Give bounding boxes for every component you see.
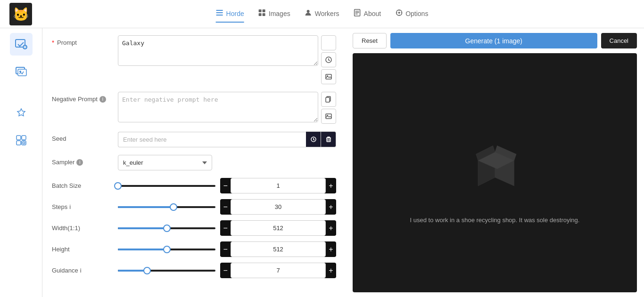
width-track [118, 227, 215, 229]
nav-item-horde[interactable]: Horde [216, 5, 244, 23]
prompt-image-button[interactable] [321, 69, 336, 84]
seed-random-button[interactable] [306, 131, 321, 147]
height-track [118, 249, 215, 250]
steps-info-icon[interactable]: i [69, 203, 71, 210]
prompt-copy-button[interactable] [321, 35, 336, 50]
steps-increment[interactable]: + [326, 201, 336, 214]
nav-items: Horde Images Workers [216, 5, 429, 23]
batch-size-value[interactable] [231, 178, 325, 193]
svg-rect-31 [326, 114, 331, 119]
negative-prompt-textarea[interactable] [118, 92, 318, 122]
reset-button[interactable]: Reset [353, 33, 387, 48]
sidebar-icon-favorites[interactable] [10, 102, 33, 124]
negative-prompt-image-button[interactable] [321, 109, 336, 124]
seed-actions [306, 131, 336, 147]
steps-value[interactable] [231, 199, 325, 215]
width-thumb[interactable] [163, 225, 171, 232]
prompt-required: * [52, 39, 54, 46]
prompt-textarea[interactable]: Galaxy [118, 35, 318, 66]
width-label: Width(1:1) [52, 225, 113, 232]
nav-workers-label: Workers [315, 10, 339, 17]
batch-size-row: Batch Size − + [52, 178, 336, 193]
right-panel: Reset Generate (1 image) Cancel I used t… [346, 28, 644, 297]
guidance-info-icon[interactable]: i [80, 267, 82, 274]
svg-point-15 [398, 12, 400, 14]
sidebar-icon-generate[interactable] [10, 33, 33, 56]
options-icon [395, 9, 403, 18]
prompt-history-button[interactable] [321, 52, 336, 67]
guidance-value[interactable] [231, 263, 325, 278]
steps-decrement[interactable]: − [220, 201, 231, 214]
nav-item-about[interactable]: About [354, 5, 381, 23]
guidance-track [118, 270, 215, 272]
svg-rect-3 [216, 12, 223, 13]
negative-prompt-copy-button[interactable] [321, 92, 336, 107]
svg-point-9 [307, 10, 310, 13]
batch-size-decrement[interactable]: − [220, 179, 231, 193]
guidance-increment[interactable]: + [326, 264, 336, 277]
width-decrement[interactable]: − [220, 222, 231, 235]
cancel-button[interactable]: Cancel [601, 33, 637, 48]
seed-delete-button[interactable] [321, 131, 336, 147]
svg-rect-33 [327, 138, 330, 142]
seed-row: Seed [52, 131, 336, 147]
prompt-input-group: Galaxy [118, 35, 336, 84]
sidebar-icon-models[interactable] [10, 129, 33, 152]
negative-prompt-info-icon[interactable]: i [99, 96, 106, 103]
seed-input[interactable] [118, 132, 306, 147]
nav-item-options[interactable]: Options [395, 5, 428, 23]
nav-options-label: Options [405, 10, 428, 17]
height-decrement[interactable]: − [220, 243, 231, 256]
svg-rect-8 [263, 13, 265, 16]
prompt-side-buttons [321, 35, 336, 84]
nav-images-label: Images [269, 10, 290, 17]
guidance-thumb[interactable] [143, 267, 151, 274]
guidance-fill [118, 270, 147, 272]
about-icon [354, 9, 361, 18]
main-layout: * Prompt Galaxy [0, 28, 644, 297]
batch-size-slider[interactable] [118, 181, 215, 191]
steps-thumb[interactable] [170, 203, 177, 211]
svg-rect-21 [17, 136, 21, 140]
batch-size-controls: − + [220, 178, 336, 193]
nav-item-workers[interactable]: Workers [305, 5, 339, 23]
guidance-controls: − + [220, 263, 336, 278]
sidebar-icon-gallery[interactable] [10, 60, 33, 83]
preview-quote: I used to work in a shoe recycling shop.… [391, 217, 599, 224]
negative-prompt-input-group [118, 92, 336, 124]
svg-rect-5 [259, 9, 262, 12]
svg-text:🐱: 🐱 [13, 7, 29, 22]
guidance-decrement[interactable]: − [220, 264, 231, 277]
workers-icon [305, 9, 312, 18]
action-bar: Reset Generate (1 image) Cancel [353, 33, 637, 48]
guidance-slider[interactable] [118, 266, 215, 275]
nav-item-images[interactable]: Images [258, 5, 290, 23]
svg-rect-23 [17, 141, 21, 145]
height-thumb[interactable] [163, 246, 171, 253]
height-increment[interactable]: + [326, 243, 336, 256]
svg-rect-19 [18, 69, 26, 76]
width-row: Width(1:1) − + [52, 220, 336, 236]
steps-slider[interactable] [118, 202, 215, 212]
batch-size-increment[interactable]: + [326, 179, 336, 193]
svg-rect-12 [355, 12, 359, 13]
width-increment[interactable]: + [326, 222, 336, 235]
prompt-textarea-wrapper: Galaxy [118, 35, 318, 84]
steps-label: Steps i [52, 203, 113, 210]
generate-button[interactable]: Generate (1 image) [390, 33, 597, 48]
batch-size-thumb[interactable] [114, 182, 122, 190]
sampler-info-icon[interactable]: i [76, 159, 83, 166]
nav-about-label: About [364, 10, 381, 17]
width-value[interactable] [231, 220, 325, 236]
nav-horde-label: Horde [226, 10, 244, 17]
sampler-select[interactable]: k_euler k_lms k_heun k_dpm_2 DDIM [118, 155, 212, 170]
height-slider[interactable] [118, 245, 215, 254]
steps-track [118, 206, 215, 208]
batch-size-track [118, 185, 215, 187]
svg-rect-6 [263, 9, 265, 12]
width-slider[interactable] [118, 224, 215, 233]
height-row: Height − + [52, 241, 336, 257]
height-value[interactable] [231, 241, 325, 257]
seed-group [118, 131, 336, 147]
steps-fill [118, 206, 173, 208]
